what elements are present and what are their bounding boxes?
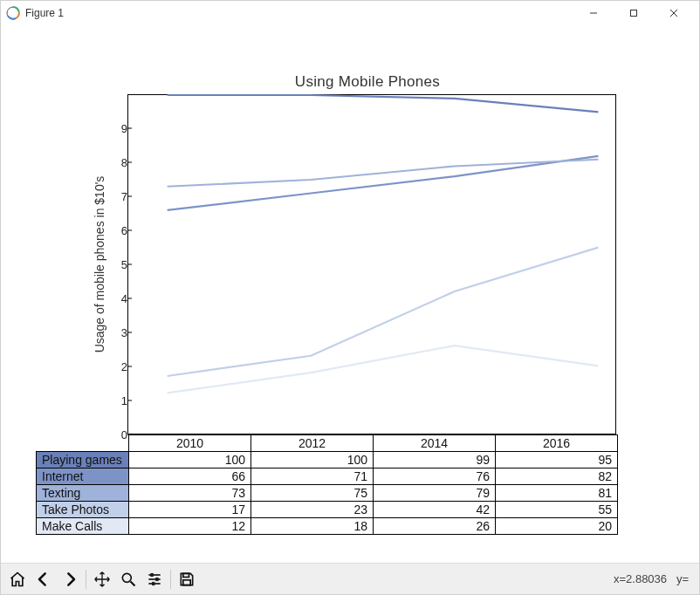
toolbar: x=2.88036 y=: [1, 563, 699, 594]
window-title: Figure 1: [25, 7, 64, 19]
y-tick-label: 3: [119, 326, 127, 339]
table-row-header: Playing games: [37, 452, 129, 468]
svg-rect-11: [156, 578, 159, 580]
chart: Using Mobile Phones Usage of mobile phon…: [84, 73, 651, 562]
table-cell: 95: [496, 452, 618, 468]
zoom-button[interactable]: [115, 566, 141, 592]
maximize-button[interactable]: [614, 1, 654, 25]
table-col-header: 2014: [374, 435, 496, 452]
table-corner-blank: [37, 435, 129, 452]
series-line: [168, 345, 599, 393]
status-y-label: y=: [676, 572, 689, 585]
cursor-status: x=2.88036 y=: [614, 572, 696, 585]
table-cell: 42: [374, 502, 496, 518]
window-controls: [573, 1, 694, 25]
svg-line-6: [131, 581, 135, 585]
chart-title: Using Mobile Phones: [84, 73, 651, 91]
table-cell: 100: [251, 452, 374, 468]
svg-rect-12: [153, 582, 155, 585]
series-line: [168, 95, 599, 112]
close-button[interactable]: [654, 1, 694, 25]
table-cell: 18: [251, 518, 374, 535]
y-tick-label: 9: [119, 122, 127, 135]
table-cell: 75: [251, 485, 374, 502]
table-col-header: 2012: [251, 435, 374, 452]
table-cell: 79: [374, 485, 496, 502]
app-icon: [6, 6, 20, 20]
table-cell: 55: [496, 502, 618, 518]
plot-area: [127, 94, 616, 434]
table-cell: 20: [496, 518, 618, 535]
y-tick-label: 0: [119, 428, 127, 441]
forward-button[interactable]: [57, 566, 83, 592]
table-cell: 26: [374, 518, 496, 535]
figure-window: Figure 1 Using Mobile Phones Usage of mo…: [0, 0, 700, 595]
figure-canvas[interactable]: Using Mobile Phones Usage of mobile phon…: [1, 25, 699, 563]
configure-button[interactable]: [141, 566, 168, 592]
y-tick-label: 8: [119, 156, 127, 169]
table-row: Take Photos17234255: [37, 502, 618, 518]
y-tick-label: 7: [119, 190, 127, 203]
line-series: [128, 95, 615, 434]
table-cell: 99: [374, 452, 496, 468]
home-button[interactable]: [4, 566, 31, 592]
pan-button[interactable]: [89, 566, 115, 592]
table-col-header: 2010: [129, 435, 251, 452]
data-table-wrap: 2010201220142016Playing games1001009995I…: [36, 434, 616, 535]
status-x-label: x=: [614, 572, 626, 585]
table-cell: 23: [251, 502, 374, 518]
back-button[interactable]: [31, 566, 57, 592]
status-x-value: 2.88036: [626, 572, 667, 585]
table-row-header: Internet: [37, 468, 129, 485]
svg-point-5: [122, 573, 131, 582]
table-cell: 82: [496, 468, 618, 485]
y-axis-label: Usage of mobile phones in $10's: [93, 176, 106, 353]
table-row-header: Take Photos: [37, 502, 129, 518]
table-cell: 100: [129, 452, 251, 468]
table-cell: 12: [129, 518, 251, 535]
toolbar-separator: [170, 570, 171, 589]
table-cell: 73: [129, 485, 251, 502]
table-row-header: Texting: [37, 485, 129, 502]
y-tick-label: 6: [119, 224, 127, 237]
y-tick-label: 2: [119, 360, 127, 373]
svg-rect-10: [151, 573, 154, 576]
svg-rect-13: [183, 573, 189, 577]
save-button[interactable]: [174, 566, 200, 592]
table-cell: 66: [129, 468, 251, 485]
table-cell: 17: [129, 502, 251, 518]
table-cell: 71: [251, 468, 374, 485]
svg-rect-14: [183, 579, 190, 585]
minimize-button[interactable]: [573, 1, 614, 25]
table-row-header: Make Calls: [37, 518, 129, 535]
y-tick-label: 1: [119, 394, 127, 407]
table-row: Internet66717682: [37, 468, 618, 485]
y-tick-label: 4: [119, 292, 127, 305]
data-table: 2010201220142016Playing games1001009995I…: [36, 434, 618, 535]
titlebar: Figure 1: [1, 1, 699, 25]
svg-rect-2: [631, 10, 637, 17]
table-col-header: 2016: [496, 435, 618, 452]
table-row: Playing games1001009995: [37, 452, 618, 468]
series-line: [168, 160, 599, 187]
table-cell: 76: [374, 468, 496, 485]
table-row: Make Calls12182620: [37, 518, 618, 535]
y-tick-label: 5: [119, 258, 127, 271]
table-cell: 81: [496, 485, 618, 502]
table-row: Texting73757981: [37, 485, 618, 502]
toolbar-separator: [86, 570, 86, 589]
